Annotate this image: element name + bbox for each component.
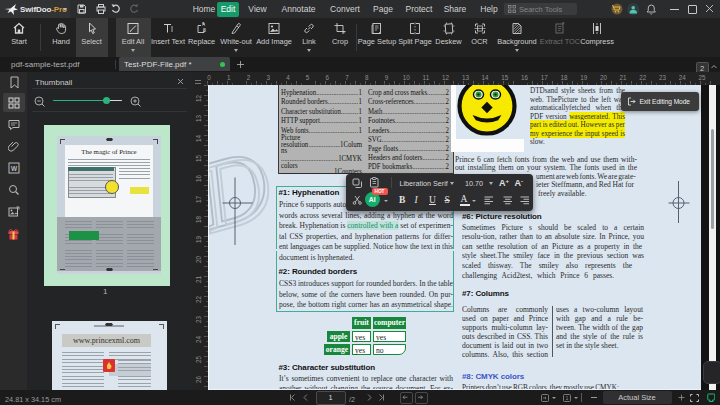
svg-text:A: A — [202, 22, 205, 27]
svg-text:B: B — [203, 28, 206, 33]
svg-text:1: 1 — [566, 395, 569, 400]
svg-text:W: W — [11, 165, 18, 172]
